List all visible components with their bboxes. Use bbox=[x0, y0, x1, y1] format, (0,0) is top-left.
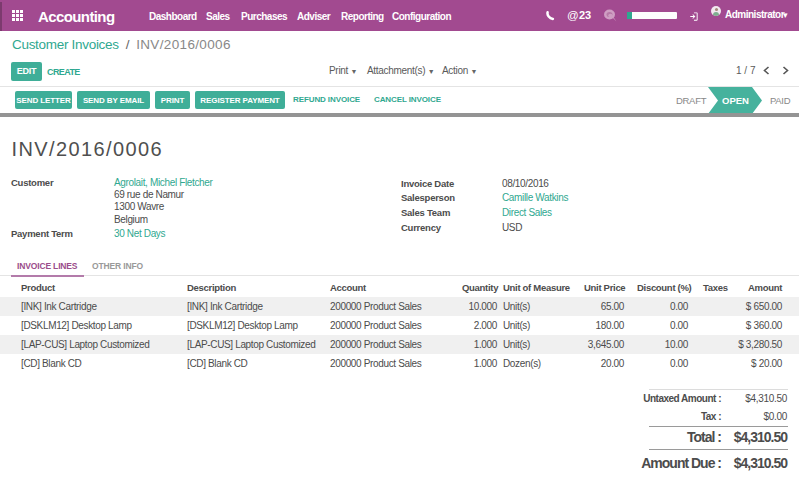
svg-text:OPEN: OPEN bbox=[722, 95, 749, 106]
